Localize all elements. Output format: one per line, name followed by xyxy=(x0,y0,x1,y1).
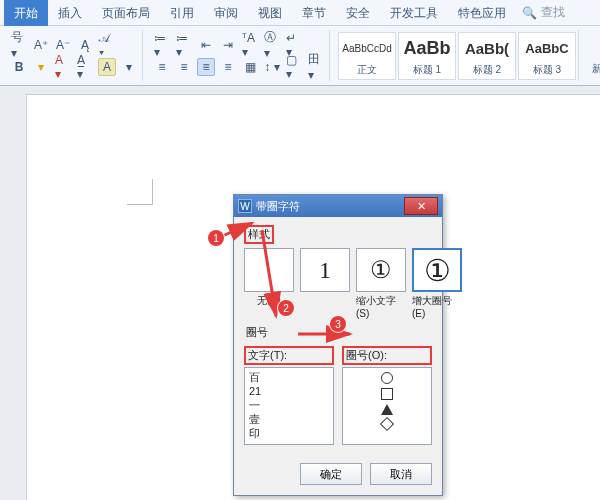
tab-security[interactable]: 安全 xyxy=(336,0,380,26)
shape-option-diamond[interactable] xyxy=(380,417,394,431)
align-right-button[interactable]: ≡ xyxy=(197,58,215,76)
decrease-font-size-button[interactable]: A⁻ xyxy=(54,36,72,54)
shape-listbox[interactable] xyxy=(342,367,432,445)
style-preview: AaBbCcDd xyxy=(342,35,391,63)
new-style-label: 新样式 ▾ xyxy=(592,62,600,76)
tab-special-apps[interactable]: 特色应用 xyxy=(448,0,516,26)
style-option-preview: ① xyxy=(356,248,406,292)
cancel-button[interactable]: 取消 xyxy=(370,463,432,485)
ribbon: 号 ▾ A⁺ A⁻ Ą 𝒜 ▾ B ▾ A ▾ A̲ ▾ A ▾ ≔ ▾ ≔ ▾… xyxy=(0,26,600,86)
style-option-preview xyxy=(244,248,294,292)
section-enclose-label: 圈号 xyxy=(244,325,270,340)
tab-view[interactable]: 视图 xyxy=(248,0,292,26)
style-heading3[interactable]: AaBbC 标题 3 xyxy=(518,32,576,80)
bullets-button[interactable]: ≔ ▾ xyxy=(153,36,171,54)
dialog-title: 带圈字符 xyxy=(256,199,300,214)
tab-references[interactable]: 引用 xyxy=(160,0,204,26)
shape-column: 圈号(O): xyxy=(342,346,432,445)
enclose-columns: 文字(T): 百 21 一 壹 印 圈号(O): xyxy=(244,346,432,445)
dialog-titlebar[interactable]: W 带圈字符 ✕ xyxy=(234,195,442,217)
style-label: 标题 2 xyxy=(473,63,501,77)
section-style-label: 样式 xyxy=(244,225,274,244)
borders-button[interactable]: 田 ▾ xyxy=(307,58,325,76)
style-gallery[interactable]: AaBbCcDd 正文 AaBb 标题 1 AaBb( 标题 2 AaBbC 标… xyxy=(338,32,576,80)
increase-font-size-button[interactable]: A⁺ xyxy=(32,36,50,54)
style-normal[interactable]: AaBbCcDd 正文 xyxy=(338,32,396,80)
list-item[interactable]: 21 xyxy=(249,384,329,398)
char-shading-button[interactable]: A xyxy=(98,58,116,76)
style-preview: AaBbC xyxy=(525,35,568,63)
distributed-button[interactable]: ▦ xyxy=(241,58,259,76)
line-spacing-button[interactable]: ↕ ▾ xyxy=(263,58,281,76)
style-option-preview: ① xyxy=(412,248,462,292)
list-item[interactable]: 壹 xyxy=(249,412,329,426)
style-preview: AaBb( xyxy=(465,35,509,63)
line-break-button[interactable]: ↵ ▾ xyxy=(285,36,303,54)
style-label: 标题 3 xyxy=(533,63,561,77)
margin-indicator xyxy=(127,179,153,205)
dialog-body: 样式 无(N) 1 ① 缩小文字(S) ① 增大圈号(E) 圈号 文字(T): xyxy=(234,217,442,455)
font-group: 号 ▾ A⁺ A⁻ Ą 𝒜 ▾ B ▾ A ▾ A̲ ▾ A ▾ xyxy=(6,30,143,81)
search-icon: 🔍 xyxy=(522,6,537,20)
shape-option-triangle[interactable] xyxy=(381,404,393,415)
tab-review[interactable]: 审阅 xyxy=(204,0,248,26)
dialog-footer: 确定 取消 xyxy=(234,455,442,495)
text-listbox[interactable]: 百 21 一 壹 印 xyxy=(244,367,334,445)
clear-format-button[interactable]: Ą xyxy=(76,36,94,54)
change-case-button[interactable]: 𝒜 ▾ xyxy=(98,36,116,54)
style-option-preview: 1 xyxy=(300,248,350,292)
style-heading2[interactable]: AaBb( 标题 2 xyxy=(458,32,516,80)
tab-start[interactable]: 开始 xyxy=(4,0,48,26)
align-center-button[interactable]: ≡ xyxy=(175,58,193,76)
highlight-button[interactable]: ▾ xyxy=(32,58,50,76)
outdent-button[interactable]: ⇤ xyxy=(197,36,215,54)
style-option-plain[interactable]: 1 xyxy=(300,248,350,319)
font-color-button[interactable]: A ▾ xyxy=(54,58,72,76)
text-column-label: 文字(T): xyxy=(244,346,334,365)
ok-button[interactable]: 确定 xyxy=(300,463,362,485)
style-label: 标题 1 xyxy=(413,63,441,77)
style-options: 无(N) 1 ① 缩小文字(S) ① 增大圈号(E) xyxy=(244,248,432,319)
tab-sections[interactable]: 章节 xyxy=(292,0,336,26)
search-label: 查找 xyxy=(541,4,565,21)
align-left-button[interactable]: ≡ xyxy=(153,58,171,76)
style-label: 正文 xyxy=(357,63,377,77)
enclosed-char-button[interactable]: Ⓐ ▾ xyxy=(263,36,281,54)
new-style-button[interactable]: Aᴬ 新样式 ▾ xyxy=(589,32,600,80)
shape-column-label: 圈号(O): xyxy=(342,346,432,365)
tab-page-layout[interactable]: 页面布局 xyxy=(92,0,160,26)
paragraph-group: ≔ ▾ ≔ ▾ ⇤ ⇥ ᵀA ▾ Ⓐ ▾ ↵ ▾ ≡ ≡ ≡ ≡ ▦ ↕ ▾ ▢… xyxy=(149,30,330,81)
tab-insert[interactable]: 插入 xyxy=(48,0,92,26)
ribbon-tabs: 开始 插入 页面布局 引用 审阅 视图 章节 安全 开发工具 特色应用 🔍 查找 xyxy=(0,0,600,26)
style-option-none[interactable]: 无(N) xyxy=(244,248,294,319)
text-direction-button[interactable]: ᵀA ▾ xyxy=(241,36,259,54)
align-justify-button[interactable]: ≡ xyxy=(219,58,237,76)
style-heading1[interactable]: AaBb 标题 1 xyxy=(398,32,456,80)
new-style-group: Aᴬ 新样式 ▾ xyxy=(585,30,600,81)
numbering-button[interactable]: ≔ ▾ xyxy=(175,36,193,54)
underline-button[interactable]: A̲ ▾ xyxy=(76,58,94,76)
shading-button[interactable]: ▢ ▾ xyxy=(285,58,303,76)
enclosed-char-dialog: W 带圈字符 ✕ 样式 无(N) 1 ① 缩小文字(S) ① 增大圈号(E) 圈… xyxy=(233,194,443,496)
style-option-caption: 增大圈号(E) xyxy=(412,294,462,319)
shape-option-circle[interactable] xyxy=(381,372,393,384)
style-preview: AaBb xyxy=(403,35,450,63)
app-icon: W xyxy=(238,199,252,213)
style-option-caption: 缩小文字(S) xyxy=(356,294,406,319)
list-item[interactable]: 一 xyxy=(249,398,329,412)
list-item[interactable]: 百 xyxy=(249,370,329,384)
indent-button[interactable]: ⇥ xyxy=(219,36,237,54)
text-column: 文字(T): 百 21 一 壹 印 xyxy=(244,346,334,445)
style-option-shrink[interactable]: ① 缩小文字(S) xyxy=(356,248,406,319)
close-button[interactable]: ✕ xyxy=(404,197,438,215)
tab-devtools[interactable]: 开发工具 xyxy=(380,0,448,26)
font-more-button[interactable]: ▾ xyxy=(120,58,138,76)
bold-button[interactable]: B xyxy=(10,58,28,76)
shape-option-square[interactable] xyxy=(381,388,393,400)
style-option-enlarge[interactable]: ① 增大圈号(E) xyxy=(412,248,462,319)
styles-group: AaBbCcDd 正文 AaBb 标题 1 AaBb( 标题 2 AaBbC 标… xyxy=(336,30,579,81)
search-box[interactable]: 🔍 查找 xyxy=(522,4,565,21)
style-option-caption: 无(N) xyxy=(257,294,281,308)
list-item[interactable]: 印 xyxy=(249,426,329,440)
font-size-control[interactable]: 号 ▾ xyxy=(10,36,28,54)
